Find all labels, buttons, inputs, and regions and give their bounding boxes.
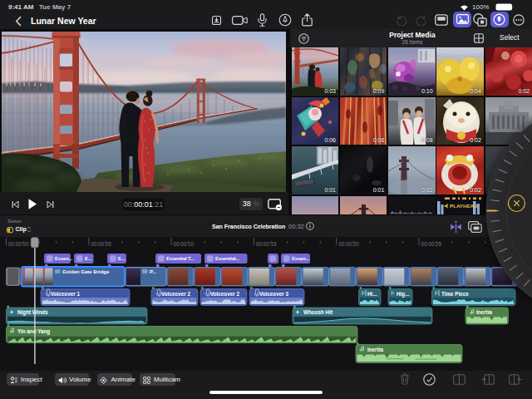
svg-text:Whoosh Hit: Whoosh Hit xyxy=(303,309,333,315)
svg-text:Inertia: Inertia xyxy=(367,347,383,352)
svg-text:00:00:10: 00:00:10 xyxy=(174,241,195,247)
svg-text:Voiceover 2: Voiceover 2 xyxy=(161,291,190,297)
svg-text:P...: P... xyxy=(150,269,157,274)
svg-text:Hi...: Hi... xyxy=(367,291,377,297)
svg-text:Yin and Yang: Yin and Yang xyxy=(17,328,50,335)
svg-text:Golden Gate Bridge: Golden Gate Bridge xyxy=(62,269,110,274)
svg-text:00:00:05: 00:00:05 xyxy=(91,241,111,247)
svg-text:Essential...: Essential... xyxy=(215,256,240,261)
svg-text:E...: E... xyxy=(118,256,126,261)
svg-text:00:00:15: 00:00:15 xyxy=(256,241,277,247)
svg-text:00:00:00: 00:00:00 xyxy=(8,241,29,247)
svg-text:00:00:20: 00:00:20 xyxy=(338,241,359,247)
svg-text:Essen...: Essen... xyxy=(292,256,310,261)
svg-text:00:00:25: 00:00:25 xyxy=(421,241,442,247)
svg-text:Essential T...: Essential T... xyxy=(166,256,195,261)
svg-text:Essen...: Essen... xyxy=(55,256,73,261)
svg-text:Night Winds: Night Winds xyxy=(17,309,48,316)
svg-text:Hig...: Hig... xyxy=(397,291,410,298)
svg-text:Voiceover 3: Voiceover 3 xyxy=(259,291,288,297)
svg-text:Voiceover 2: Voiceover 2 xyxy=(210,291,239,297)
svg-text:E...: E... xyxy=(85,256,92,261)
svg-text:Voiceover 1: Voiceover 1 xyxy=(51,291,80,297)
